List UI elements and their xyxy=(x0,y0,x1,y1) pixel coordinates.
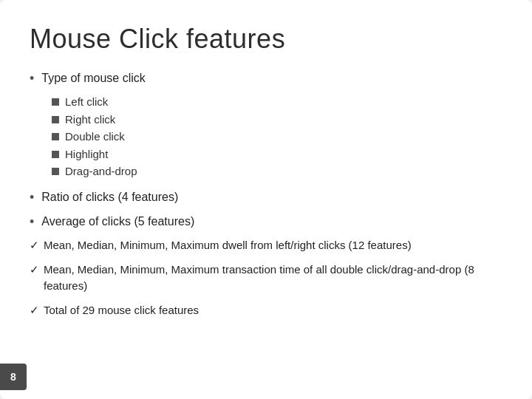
bullet-symbol: • xyxy=(30,69,34,88)
check-text-total: Total of 29 mouse click features xyxy=(44,302,199,319)
sub-text-left-click: Left click xyxy=(65,94,108,111)
sub-item-left-click: Left click xyxy=(52,94,502,111)
sub-symbol-3 xyxy=(52,133,59,140)
main-bullet-type-text: Type of mouse click xyxy=(41,69,146,87)
sub-symbol-2 xyxy=(52,116,59,123)
circle-symbol-2: • xyxy=(30,213,34,231)
sub-text-right-click: Right click xyxy=(65,112,115,129)
circle-text-average: Average of clicks (5 features) xyxy=(41,213,194,231)
sub-list: Left click Right click Double click High… xyxy=(52,94,502,181)
circle-symbol-1: • xyxy=(30,188,34,207)
slide-title: Mouse Click features xyxy=(30,24,502,55)
check-bullet-mean-dwell: ✓ Mean, Median, Minimum, Maximum dwell f… xyxy=(30,237,502,254)
check-symbol-3: ✓ xyxy=(30,302,39,319)
sub-item-right-click: Right click xyxy=(52,112,502,129)
sub-item-drag-drop: Drag-and-drop xyxy=(52,163,502,180)
check-bullet-mean-transaction: ✓ Mean, Median, Minimum, Maximum transac… xyxy=(30,262,502,295)
sub-symbol-4 xyxy=(52,151,59,158)
slide-content: • Type of mouse click Left click Right c… xyxy=(30,69,502,375)
sub-text-drag-drop: Drag-and-drop xyxy=(65,163,137,180)
check-text-mean-transaction: Mean, Median, Minimum, Maximum transacti… xyxy=(44,262,502,295)
circle-text-ratio: Ratio of clicks (4 features) xyxy=(41,188,178,206)
circle-bullet-ratio: • Ratio of clicks (4 features) xyxy=(30,188,502,207)
sub-symbol-1 xyxy=(52,98,59,106)
check-bullet-total: ✓ Total of 29 mouse click features xyxy=(30,302,502,319)
sub-text-highlight: Highlight xyxy=(65,146,108,163)
circle-bullet-average: • Average of clicks (5 features) xyxy=(30,213,502,231)
sub-symbol-5 xyxy=(52,168,59,175)
check-text-mean-dwell: Mean, Median, Minimum, Maximum dwell fro… xyxy=(44,237,412,254)
check-symbol-1: ✓ xyxy=(30,237,39,254)
sub-text-double-click: Double click xyxy=(65,129,125,146)
slide: Mouse Click features • Type of mouse cli… xyxy=(0,0,532,399)
sub-item-highlight: Highlight xyxy=(52,146,502,163)
slide-number: 8 xyxy=(0,364,27,390)
check-symbol-2: ✓ xyxy=(30,262,39,279)
main-bullet-type: • Type of mouse click xyxy=(30,69,502,88)
sub-item-double-click: Double click xyxy=(52,129,502,146)
